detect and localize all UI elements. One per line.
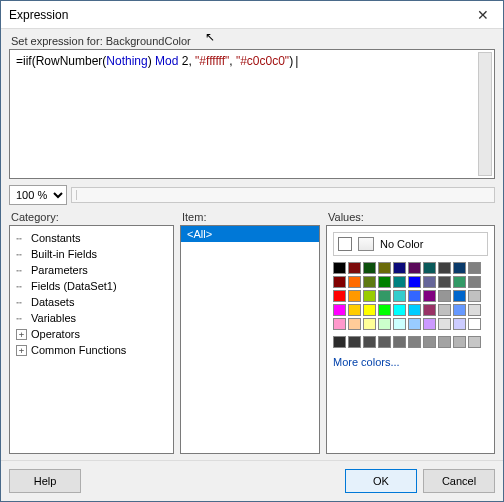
color-swatch[interactable] <box>468 304 481 316</box>
gray-swatch[interactable] <box>393 336 406 348</box>
color-swatch[interactable] <box>363 304 376 316</box>
color-swatch[interactable] <box>348 318 361 330</box>
color-swatch[interactable] <box>438 276 451 288</box>
color-swatch[interactable] <box>453 304 466 316</box>
color-swatch[interactable] <box>423 276 436 288</box>
gray-swatch[interactable] <box>333 336 346 348</box>
gray-swatch[interactable] <box>423 336 436 348</box>
category-operators[interactable]: +Operators <box>12 326 171 342</box>
gray-swatch[interactable] <box>438 336 451 348</box>
category-label: Constants <box>31 232 81 244</box>
item-list[interactable]: <All> <box>180 225 320 454</box>
no-color-row[interactable]: No Color <box>333 232 488 256</box>
category-label: Operators <box>31 328 80 340</box>
color-swatch[interactable] <box>363 290 376 302</box>
color-swatch[interactable] <box>438 304 451 316</box>
color-swatch[interactable] <box>393 276 406 288</box>
gray-swatch[interactable] <box>363 336 376 348</box>
color-swatch[interactable] <box>333 276 346 288</box>
color-swatch[interactable] <box>378 262 391 274</box>
color-swatch[interactable] <box>453 318 466 330</box>
color-swatch[interactable] <box>333 262 346 274</box>
color-swatch[interactable] <box>423 290 436 302</box>
category-fields-dataset1-[interactable]: ⋯Fields (DataSet1) <box>12 278 171 294</box>
color-swatch[interactable] <box>468 262 481 274</box>
no-color-label: No Color <box>380 238 423 250</box>
close-icon[interactable]: ✕ <box>471 7 495 23</box>
gray-swatch[interactable] <box>468 336 481 348</box>
color-swatch[interactable] <box>438 290 451 302</box>
color-swatch[interactable] <box>453 262 466 274</box>
values-heading: Values: <box>326 211 495 225</box>
tree-connector-icon: ⋯ <box>16 233 31 244</box>
expression-dialog: Expression ✕ ↖ Set expression for: Backg… <box>0 0 504 502</box>
color-swatch[interactable] <box>363 276 376 288</box>
category-label: Built-in Fields <box>31 248 97 260</box>
gray-swatch[interactable] <box>378 336 391 348</box>
help-button[interactable]: Help <box>9 469 81 493</box>
item-heading: Item: <box>180 211 320 225</box>
color-swatch[interactable] <box>453 276 466 288</box>
item-all[interactable]: <All> <box>181 226 319 242</box>
horizontal-scrollbar[interactable] <box>71 187 495 203</box>
color-swatch[interactable] <box>378 276 391 288</box>
expand-plus-icon[interactable]: + <box>16 345 27 356</box>
color-swatch[interactable] <box>453 290 466 302</box>
color-swatch[interactable] <box>408 276 421 288</box>
color-swatch[interactable] <box>348 304 361 316</box>
color-swatch[interactable] <box>408 290 421 302</box>
category-built-in-fields[interactable]: ⋯Built-in Fields <box>12 246 171 262</box>
color-swatch[interactable] <box>438 262 451 274</box>
color-swatch[interactable] <box>408 318 421 330</box>
color-swatch[interactable] <box>378 318 391 330</box>
category-parameters[interactable]: ⋯Parameters <box>12 262 171 278</box>
color-swatch[interactable] <box>378 290 391 302</box>
color-swatch[interactable] <box>408 262 421 274</box>
color-swatch[interactable] <box>423 304 436 316</box>
color-swatch[interactable] <box>363 262 376 274</box>
category-label: Datasets <box>31 296 74 308</box>
category-tree[interactable]: ⋯Constants⋯Built-in Fields⋯Parameters⋯Fi… <box>9 225 174 454</box>
ok-button[interactable]: OK <box>345 469 417 493</box>
color-swatch[interactable] <box>363 318 376 330</box>
gray-swatch[interactable] <box>348 336 361 348</box>
values-panel: No Color More colors... <box>326 225 495 454</box>
color-swatch[interactable] <box>468 318 481 330</box>
no-color-checkbox[interactable] <box>338 237 352 251</box>
color-swatch[interactable] <box>468 276 481 288</box>
category-label: Fields (DataSet1) <box>31 280 117 292</box>
category-datasets[interactable]: ⋯Datasets <box>12 294 171 310</box>
category-constants[interactable]: ⋯Constants <box>12 230 171 246</box>
color-swatch[interactable] <box>333 318 346 330</box>
color-swatch[interactable] <box>378 304 391 316</box>
tree-connector-icon: ⋯ <box>16 297 31 308</box>
color-swatch-grid <box>333 262 488 330</box>
color-swatch[interactable] <box>333 304 346 316</box>
color-swatch[interactable] <box>423 318 436 330</box>
category-common-functions[interactable]: +Common Functions <box>12 342 171 358</box>
color-swatch[interactable] <box>408 304 421 316</box>
expand-plus-icon[interactable]: + <box>16 329 27 340</box>
category-label: Variables <box>31 312 76 324</box>
color-swatch[interactable] <box>393 262 406 274</box>
gray-swatch[interactable] <box>408 336 421 348</box>
gray-swatch[interactable] <box>453 336 466 348</box>
color-swatch[interactable] <box>348 262 361 274</box>
cancel-button[interactable]: Cancel <box>423 469 495 493</box>
color-swatch[interactable] <box>333 290 346 302</box>
color-swatch[interactable] <box>468 290 481 302</box>
color-swatch[interactable] <box>393 290 406 302</box>
color-swatch[interactable] <box>348 276 361 288</box>
category-variables[interactable]: ⋯Variables <box>12 310 171 326</box>
tree-connector-icon: ⋯ <box>16 313 31 324</box>
set-expression-label: Set expression for: BackgroundColor <box>1 29 503 49</box>
color-swatch[interactable] <box>423 262 436 274</box>
color-swatch[interactable] <box>438 318 451 330</box>
expression-input[interactable]: =iif(RowNumber(Nothing) Mod 2, "#ffffff"… <box>9 49 495 179</box>
zoom-select[interactable]: 100 % <box>9 185 67 205</box>
color-swatch[interactable] <box>348 290 361 302</box>
color-swatch[interactable] <box>393 318 406 330</box>
category-label: Common Functions <box>31 344 126 356</box>
more-colors-link[interactable]: More colors... <box>333 356 488 368</box>
color-swatch[interactable] <box>393 304 406 316</box>
